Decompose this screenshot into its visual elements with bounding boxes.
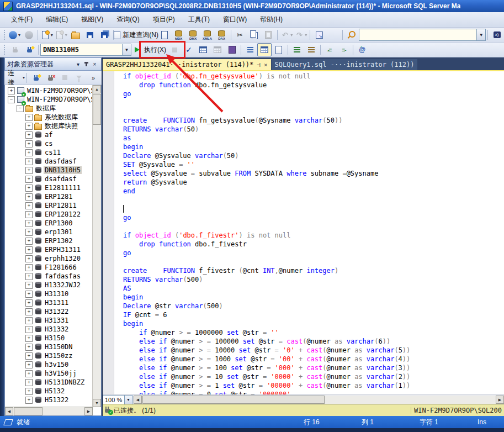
tree-item-erp1301[interactable]: +erp1301 [6,228,92,236]
tree-item-cs[interactable]: +cs [6,139,92,148]
scroll-right-icon[interactable]: ▶ [84,407,93,415]
results-to-text-button[interactable] [243,43,257,56]
expand-icon[interactable]: + [25,379,33,386]
tree-item-H31322[interactable]: +H31322 [6,307,92,316]
expand-icon[interactable]: + [25,114,33,121]
find-button[interactable] [344,28,359,41]
scroll-thumb[interactable] [14,407,43,415]
expand-icon[interactable]: + [25,246,33,254]
save-button[interactable] [83,28,97,41]
tree-item-H1332JWJ2[interactable]: +H1332JWJ2 [6,281,92,289]
tree-item-WIN-F2M9D7OR9OP-S[interactable]: +WIN-F2M9D7OR9OP\S [6,86,92,95]
decrease-indent-button[interactable] [322,43,337,56]
add-item-dropdown-icon[interactable]: ▾ [65,33,67,38]
tree-item-H3150DN[interactable]: +H3150DN [6,343,92,351]
tree-item-DNB1310H5[interactable]: +DNB1310H5 [6,166,92,175]
back-button[interactable]: ▾ [7,28,22,41]
dmx-query-button[interactable]: DMX [186,28,200,41]
stop-button[interactable] [167,43,182,56]
database-combobox-dropdown-icon[interactable]: ▼ [122,44,131,55]
zoom-dropdown-icon[interactable]: ▼ [124,396,132,404]
expand-icon[interactable]: + [25,388,33,395]
parse-button[interactable] [182,43,196,56]
scroll-down-icon[interactable]: ▼ [93,399,101,407]
estimated-plan-button[interactable] [196,43,210,56]
database-engine-query-button[interactable] [157,28,172,41]
database-combobox[interactable]: DNB1310H5▼ [40,44,131,56]
zoom-select[interactable]: 100 % ▼ [103,395,132,405]
expand-icon[interactable]: + [25,370,33,377]
forward-button[interactable] [22,28,36,41]
tree-item-h3V150jj[interactable]: +h3V150jj [6,369,92,378]
expand-icon[interactable]: + [25,167,33,174]
oe-stop-icon[interactable] [57,71,72,85]
search-combobox[interactable]: ▼ [359,29,486,41]
oe-overflow-icon[interactable] [86,71,100,85]
tree-item-ERP1281[interactable]: +ERP1281 [6,192,92,201]
sql-code-editor[interactable]: if object_id ('dbo.fn_getsysvalue') is n… [103,71,504,394]
tree-item-ERP12811[interactable]: +ERP12811 [6,201,92,210]
change-connection-button[interactable] [22,43,36,56]
expand-icon[interactable]: + [25,299,33,307]
window-position-icon[interactable]: ▾ [74,60,82,69]
expand-icon[interactable]: + [25,211,33,218]
scroll-thumb[interactable] [142,396,325,404]
tree-item-H5131DNBZZ[interactable]: +H5131DNBZZ [6,378,92,387]
expand-icon[interactable]: + [25,326,33,333]
oe-connect-icon[interactable] [29,71,43,85]
expand-icon[interactable]: + [25,238,33,245]
tree-item-h3v150[interactable]: +h3v150 [6,360,92,369]
pin-icon[interactable] [82,60,91,69]
expand-icon[interactable]: + [25,317,33,324]
template-values-button[interactable] [355,43,369,56]
expand-icon[interactable]: + [25,149,33,156]
tree-item-H5132[interactable]: +H5132 [6,387,92,396]
tree-item-dsafdasf[interactable]: +dsafdasf [6,175,92,183]
new-query-button[interactable]: 新建查询(N) [115,28,157,41]
uncomment-button[interactable] [304,43,319,56]
tree-item-H31310[interactable]: +H31310 [6,289,92,298]
scroll-up-icon[interactable]: ▲ [93,85,101,93]
expand-icon[interactable]: + [25,397,33,404]
analyze-query-button[interactable] [210,43,225,56]
results-to-file-button[interactable] [272,43,286,56]
tree-item-H51322[interactable]: +H51322 [6,396,92,404]
toolbar-grip[interactable] [3,45,6,55]
tree-item-系统数据库[interactable]: +系统数据库 [6,113,92,122]
tab-close-icon[interactable]: × [264,61,268,69]
menu-item-7[interactable]: 窗口(W) [216,13,253,27]
expand-icon[interactable]: + [25,273,33,280]
expand-icon[interactable]: + [25,131,33,139]
redo-button[interactable]: ▾ [294,28,308,41]
search-combobox-dropdown-icon[interactable]: ▼ [476,29,485,40]
expand-icon[interactable]: + [25,158,33,165]
mdx-query-button[interactable]: MDX [172,28,186,41]
tree-item-E12811111[interactable]: +E12811111 [6,183,92,192]
connect-menu-label[interactable]: 连接 [8,69,20,87]
expand-icon[interactable]: + [25,264,33,271]
add-item-button[interactable]: ▾ [54,28,68,41]
menu-item-2[interactable]: 编辑(E) [39,13,75,27]
expand-icon[interactable]: + [25,344,33,351]
collapse-icon[interactable]: − [17,105,24,112]
comment-button[interactable] [290,43,304,56]
tree-vertical-scrollbar[interactable]: ▲ ▼ [92,85,101,407]
tree-item-H3150zz[interactable]: +H3150zz [6,351,92,360]
document-tab-2[interactable]: SQLQuery1.sql -···inistrator (112)) [272,59,418,70]
tree-horizontal-scrollbar[interactable]: ◀ ▶ [5,407,93,415]
tree-item-H31332[interactable]: +H31332 [6,325,92,334]
expand-icon[interactable]: + [25,140,33,147]
scroll-right-icon[interactable]: ▶ [496,396,504,404]
toolbar-options-button[interactable] [369,43,384,56]
menu-item-8[interactable]: 帮助(H) [253,13,289,27]
xmla-query-button[interactable]: XMLA [200,28,215,41]
menu-item-6[interactable]: 工具(T) [182,13,216,27]
execute-button[interactable]: 执行(X) [131,43,167,56]
object-explorer-tree[interactable]: +WIN-F2M9D7OR9OP\S−WIN-F2M9D7OR9OP\S−数据库… [6,86,92,415]
tree-item-WIN-F2M9D7OR9OP-S[interactable]: −WIN-F2M9D7OR9OP\S [6,95,92,104]
navigate-button[interactable] [312,28,326,41]
redo-dropdown-icon[interactable]: ▾ [305,33,307,38]
expand-icon[interactable]: + [25,291,33,298]
tree-item-ERP1302[interactable]: +ERP1302 [6,236,92,245]
tab-pin-icon[interactable]: ⊣ [257,61,261,69]
